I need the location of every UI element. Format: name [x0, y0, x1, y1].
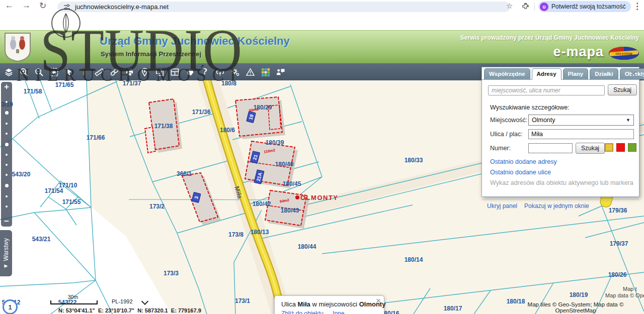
popup-link-zbli-do-obiektu[interactable]: Zbliż do obiektu: [281, 310, 324, 314]
help-icon[interactable]: ?: [199, 66, 210, 78]
browser-toolbar: ← → ↻ juchnowieckoscielny.e-mapa.net ☆ u…: [0, 0, 644, 13]
detail-search-heading: Wyszukiwanie szczegółowe:: [490, 104, 570, 111]
parcel-label: 180/26: [608, 271, 627, 278]
bookmark-star-icon[interactable]: ☆: [506, 2, 513, 11]
map-attribution: Map tiles © Geo-System; Map data © OpenS…: [508, 301, 643, 314]
page-indicator[interactable]: 1: [3, 299, 18, 314]
zoom-level-dot[interactable]: [5, 111, 9, 115]
parcel-label: 180/29: [254, 104, 272, 111]
zoom-out-button[interactable]: −: [4, 217, 9, 227]
zoom-level-dot[interactable]: [6, 154, 8, 156]
bookmarks-bar: Upgrade now Wszystkie zakładki: [0, 13, 644, 30]
identity-label: Potwierdź swoją tożsamość: [551, 3, 625, 10]
popup-close-icon[interactable]: ✕: [376, 297, 381, 304]
pokazuj-w-jednym-oknie[interactable]: Pokazuj w jednym oknie: [524, 202, 589, 210]
popup-link-inne[interactable]: Inne: [333, 310, 344, 314]
profile-avatar: u: [540, 3, 548, 11]
svg-text:OLMONTY: OLMONTY: [300, 194, 339, 201]
parcel-label: 180/39: [266, 139, 284, 146]
parcel-label: 543/20: [12, 171, 31, 178]
parcel-label: 180/42: [253, 200, 271, 207]
street-info-popup: Ulica Miła w miejscowości Olmonty ✕ Zbli…: [274, 295, 384, 314]
split-view-icon[interactable]: [169, 66, 180, 78]
divider: [534, 3, 535, 11]
page-title: Urząd Gminy Juchnowiec Kościelny: [100, 35, 290, 48]
number-input[interactable]: [528, 143, 573, 153]
zoom-level-dot[interactable]: [6, 164, 8, 166]
emapa-brand: e-mapa: [553, 44, 604, 60]
zoom-level-dot[interactable]: [6, 101, 8, 103]
zoom-level-dot[interactable]: [5, 143, 9, 146]
place-label-olmonty: OLMONTY: [295, 194, 339, 201]
search-button[interactable]: Szukaj: [608, 84, 637, 95]
zoom-level-dot[interactable]: [6, 205, 8, 207]
tab-wsprzdne[interactable]: Współrzędne: [484, 68, 530, 79]
page-subtitle: System Informacji Przestrzennej: [101, 50, 201, 58]
popup-street-name: Miła: [298, 300, 310, 308]
polygon-icon[interactable]: [184, 66, 195, 78]
zoom-in-button[interactable]: +: [4, 82, 9, 92]
recent-addresses-link[interactable]: Ostatnio dodane adresy: [490, 158, 557, 165]
identity-button[interactable]: u Potwierdź swoją tożsamość: [538, 1, 631, 12]
city-select[interactable]: Olmonty ▼: [528, 115, 634, 126]
layers-panel-tab[interactable]: Warstwy ▶: [0, 230, 12, 276]
address-bar[interactable]: juchnowieckoscielny.e-mapa.net: [57, 2, 510, 12]
zoom-level-dot[interactable]: [6, 123, 8, 125]
back-icon[interactable]: ←: [5, 1, 14, 11]
parcel-label: 180/44: [298, 243, 316, 250]
search-detail-button[interactable]: Szukaj: [576, 143, 605, 154]
site-settings-icon[interactable]: [63, 4, 70, 11]
extensions-icon[interactable]: [522, 3, 529, 10]
full-extent-icon[interactable]: [48, 66, 59, 78]
parcel-label: 171/66: [87, 134, 105, 141]
tab-dziaki[interactable]: Działki: [590, 68, 618, 79]
layers-icon[interactable]: [3, 66, 14, 78]
parcel-label: 173/8: [228, 231, 244, 238]
coordinates-readout: N: 53°04'41.1" E: 23°10'10.7" N: 587320.…: [58, 307, 201, 313]
zoom-out-icon[interactable]: [33, 66, 44, 78]
pointer-icon[interactable]: [63, 66, 74, 78]
zoom-level-dot[interactable]: [6, 174, 8, 176]
ukryj-panel[interactable]: Ukryj panel: [487, 202, 517, 210]
legend-icon[interactable]: [260, 66, 271, 78]
parcel-label: 171/55: [62, 198, 81, 205]
cloud-icon[interactable]: [214, 66, 225, 78]
panel-close-icon[interactable]: ✕: [630, 69, 636, 77]
settings-icon[interactable]: [229, 66, 240, 78]
copy-view-icon[interactable]: [154, 66, 165, 78]
marker-color-swatch[interactable]: [628, 143, 636, 152]
feedback-icon[interactable]: [275, 66, 286, 78]
zoom-level-dot[interactable]: [5, 184, 9, 187]
info-icon[interactable]: i: [78, 66, 90, 78]
marker-color-swatch[interactable]: [605, 143, 613, 152]
tab-plany[interactable]: Plany: [563, 68, 589, 79]
number-label: Numer:: [490, 145, 511, 152]
attribution-clipped-1: Map t: [623, 286, 637, 292]
link-icon[interactable]: [109, 66, 120, 78]
parcel-label: 171/38: [154, 123, 173, 130]
zoom-in-icon[interactable]: [18, 66, 29, 78]
zoom-slider[interactable]: [5, 92, 9, 217]
disclaimer-icon[interactable]: [245, 66, 256, 78]
zoom-level-dot[interactable]: [6, 195, 8, 197]
recent-streets-link[interactable]: Ostatnio dodane ulice: [490, 169, 551, 176]
measure-icon[interactable]: [94, 66, 105, 78]
forward-icon[interactable]: →: [22, 1, 31, 11]
street-input[interactable]: [528, 129, 634, 139]
marker-color-swatch[interactable]: [616, 143, 625, 152]
site-header: Urząd Gminy Juchnowiec Kościelny System …: [0, 30, 644, 64]
menu-dots-icon[interactable]: ⋮: [633, 1, 641, 12]
zoom-level-dot[interactable]: [6, 133, 8, 135]
crs-label: PL-1992: [112, 298, 133, 304]
parcel-label: 180/45: [283, 180, 301, 187]
parcel-label: 171/65: [55, 81, 74, 88]
address-search-input[interactable]: [488, 85, 605, 95]
parcel-label: 173/3: [164, 270, 179, 277]
reload-icon[interactable]: ↻: [39, 1, 46, 11]
marker-icon[interactable]: [139, 66, 150, 78]
parcel-label: 180/33: [405, 157, 423, 164]
parcel-label: 543/21: [32, 236, 51, 243]
tab-adresy[interactable]: Adresy: [532, 68, 561, 80]
print-icon[interactable]: [124, 66, 135, 78]
url-text[interactable]: juchnowieckoscielny.e-mapa.net: [75, 3, 169, 11]
